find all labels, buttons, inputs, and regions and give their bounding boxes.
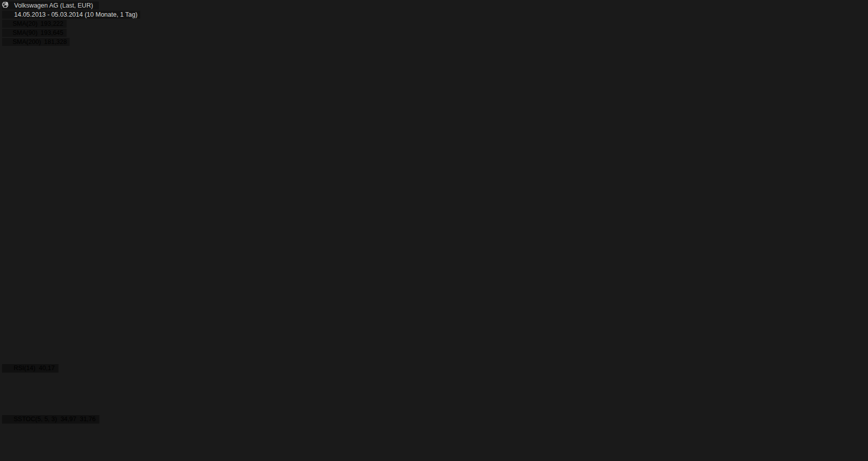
sstoc-label: SSTOC(5, 5, 3) <box>14 416 57 423</box>
sma90-value: 193,645 <box>40 29 63 36</box>
sma20-swatch-icon <box>4 23 10 25</box>
sma200-label: SMA(200) <box>13 38 41 45</box>
sma200-value: 181,328 <box>44 38 67 45</box>
symbol-title: Volkswagen AG (Last, EUR) <box>14 2 93 9</box>
date-row: 14.05.2013 - 05.03.2014 (10 Monate, 1 Ta… <box>2 11 140 19</box>
chart-header: Volkswagen AG (Last, EUR) 14.05.2013 - 0… <box>2 2 140 47</box>
sstoc-d-value: 31,76 <box>80 416 95 423</box>
sstoc-k-value: 34,97 <box>61 416 76 423</box>
date-range: 14.05.2013 - 05.03.2014 (10 Monate, 1 Ta… <box>14 11 137 18</box>
sma200-legend[interactable]: SMA(200) 181,328 <box>2 38 70 46</box>
sstoc-swatch-icon <box>5 419 10 420</box>
sma200-swatch-icon <box>4 41 10 43</box>
chart-canvas[interactable] <box>0 0 868 461</box>
sma90-swatch-icon <box>4 32 10 34</box>
rsi-label: RSI(14) <box>14 365 35 372</box>
sma20-label: SMA(20) <box>13 20 37 27</box>
sma20-value: 193,222 <box>40 20 63 27</box>
rsi-swatch-icon <box>5 368 10 369</box>
title-row: Volkswagen AG (Last, EUR) <box>2 2 99 10</box>
rsi-value: 40,17 <box>39 365 55 372</box>
sma90-label: SMA(90) <box>13 29 37 36</box>
chart-app[interactable]: { "header": { "title": "Volkswagen AG (L… <box>0 0 868 461</box>
sstoc-legend[interactable]: SSTOC(5, 5, 3) 34,97 31,76 <box>2 415 99 424</box>
rsi-legend[interactable]: RSI(14) 40,17 <box>2 364 59 373</box>
sma20-legend[interactable]: SMA(20) 193,222 <box>2 20 67 28</box>
sma90-legend[interactable]: SMA(90) 193,645 <box>2 29 67 37</box>
